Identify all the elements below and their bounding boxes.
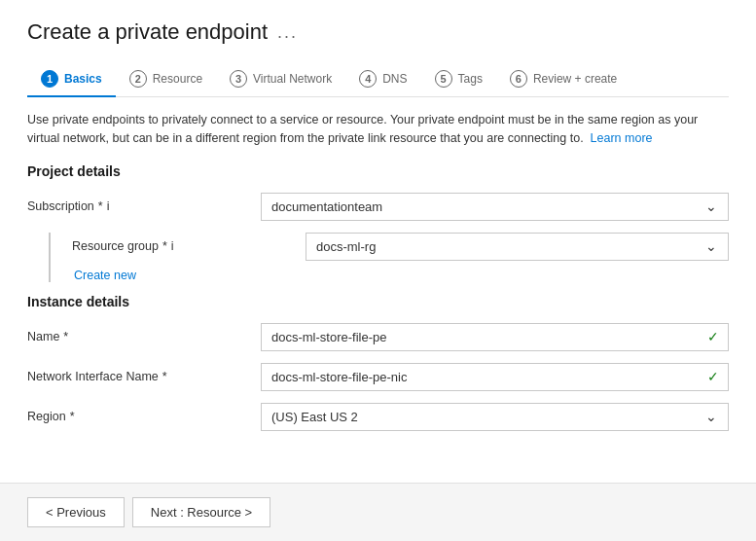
rg-select[interactable]: docs-ml-rg (306, 233, 729, 261)
tab-review-create[interactable]: 6 Review + create (496, 62, 630, 97)
region-required: * (70, 410, 75, 423)
name-required: * (63, 330, 68, 343)
create-new-wrapper: Create new (72, 265, 729, 282)
tab-resource[interactable]: 2 Resource (116, 62, 216, 97)
main-content: Create a private endpoint ... 1 Basics 2… (0, 0, 756, 483)
page-title-dots: ... (277, 22, 298, 43)
tab-dns-number: 4 (359, 70, 377, 88)
tab-basics-number: 1 (41, 70, 58, 88)
rg-field: docs-ml-rg (306, 233, 729, 261)
page-title: Create a private endpoint (27, 19, 268, 45)
project-details-title: Project details (27, 163, 729, 179)
name-label: Name * (27, 330, 261, 343)
tab-resource-number: 2 (129, 70, 147, 88)
tab-tags-label: Tags (458, 72, 483, 86)
page-title-row: Create a private endpoint ... (27, 19, 729, 45)
name-input-wrapper: ✓ (261, 323, 729, 351)
tab-dns[interactable]: 4 DNS (345, 62, 420, 97)
next-button[interactable]: Next : Resource > (132, 497, 270, 527)
nic-row: Network Interface Name * ✓ (27, 363, 729, 391)
footer: < Previous Next : Resource > (0, 483, 756, 541)
resource-group-label: Resource group * i (72, 239, 306, 253)
instance-details-title: Instance details (27, 294, 729, 309)
tab-vnet-label: Virtual Network (253, 72, 332, 86)
subscription-select[interactable]: documentationteam (261, 193, 729, 221)
region-label: Region * (27, 410, 261, 423)
rg-required: * (162, 239, 167, 253)
tab-basics-label: Basics (64, 72, 102, 86)
create-new-link[interactable]: Create new (74, 269, 136, 282)
nic-label: Network Interface Name * (27, 370, 261, 383)
nic-input-wrapper: ✓ (261, 363, 729, 391)
resource-group-content: Resource group * i docs-ml-rg Create new (72, 233, 729, 282)
name-row: Name * ✓ (27, 323, 729, 351)
tab-virtual-network[interactable]: 3 Virtual Network (216, 62, 345, 97)
indent-bar (49, 233, 51, 282)
region-field: (US) East US 2 (261, 403, 729, 431)
resource-group-row: Resource group * i docs-ml-rg (72, 233, 729, 261)
tab-basics[interactable]: 1 Basics (27, 62, 116, 97)
tab-review-number: 6 (510, 70, 527, 88)
rg-info-icon[interactable]: i (171, 239, 174, 253)
name-field: ✓ (261, 323, 729, 351)
rg-select-wrapper: docs-ml-rg (306, 233, 729, 261)
region-select[interactable]: (US) East US 2 (261, 403, 729, 431)
nic-field: ✓ (261, 363, 729, 391)
name-checkmark: ✓ (707, 329, 719, 344)
tab-vnet-number: 3 (230, 70, 247, 88)
learn-more-link[interactable]: Learn more (591, 131, 653, 145)
tab-review-label: Review + create (533, 72, 617, 86)
tab-tags[interactable]: 5 Tags (421, 62, 496, 97)
previous-button[interactable]: < Previous (27, 497, 125, 527)
subscription-row: Subscription * i documentationteam (27, 193, 729, 221)
subscription-select-wrapper: documentationteam (261, 193, 729, 221)
subscription-info-icon[interactable]: i (107, 199, 110, 213)
nic-required: * (162, 370, 167, 383)
name-input[interactable] (261, 323, 729, 351)
resource-group-indent: Resource group * i docs-ml-rg Create new (27, 233, 729, 282)
subscription-label: Subscription * i (27, 199, 261, 213)
nic-checkmark: ✓ (707, 369, 719, 384)
tab-dns-label: DNS (382, 72, 407, 86)
nic-input[interactable] (261, 363, 729, 391)
region-row: Region * (US) East US 2 (27, 403, 729, 431)
tab-resource-label: Resource (153, 72, 202, 86)
region-select-wrapper: (US) East US 2 (261, 403, 729, 431)
description-text: Use private endpoints to privately conne… (27, 111, 729, 148)
page-container: Create a private endpoint ... 1 Basics 2… (0, 0, 756, 541)
subscription-field: documentationteam (261, 193, 729, 221)
tab-bar: 1 Basics 2 Resource 3 Virtual Network 4 … (27, 62, 729, 97)
tab-tags-number: 5 (435, 70, 452, 88)
subscription-required: * (98, 199, 103, 213)
